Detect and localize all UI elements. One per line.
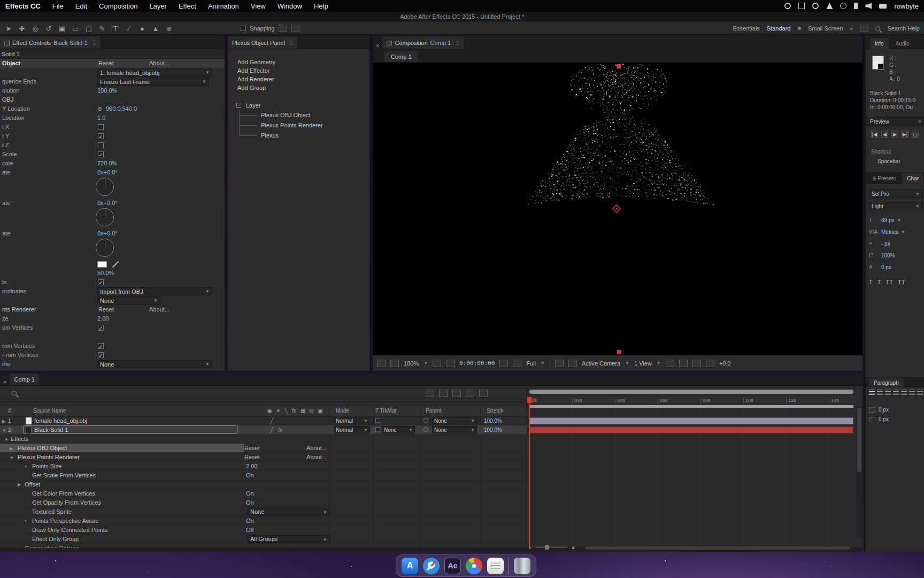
layer-name[interactable]: female head_obj.obj (34, 416, 87, 425)
mode-select[interactable]: Normal▼ (334, 417, 370, 424)
rotate-x-dial[interactable] (96, 178, 114, 196)
grid-guides-icon[interactable] (433, 360, 441, 367)
mode-select[interactable]: Normal▼ (334, 426, 370, 434)
effects-group-row[interactable]: ▼ Effects (0, 435, 527, 444)
menu-bar-username[interactable]: rowbyte (894, 2, 919, 10)
about-link[interactable]: About... (306, 444, 327, 453)
timeline-property-row[interactable]: ▶ ◔ Points Size 2.00 ▼ (0, 462, 527, 471)
invert-y-checkbox[interactable] (98, 133, 104, 139)
parent-pickwhip-icon[interactable] (424, 427, 428, 432)
resolution-value[interactable]: 100.0% (97, 86, 117, 95)
timeline-property-row[interactable]: ▶ ◔ Offset ▼ (0, 480, 527, 489)
quality-switch[interactable]: ╱ (270, 416, 274, 425)
fast-previews-icon[interactable] (679, 360, 688, 367)
type-tool[interactable]: T (111, 25, 120, 33)
work-area-bar[interactable] (529, 405, 853, 408)
next-frame-button[interactable]: ▶| (902, 131, 908, 138)
selection-tool[interactable]: ➤ (4, 25, 13, 33)
zoom-in-icon[interactable]: ▲ (571, 544, 576, 550)
pen-tool[interactable]: ✎ (98, 25, 106, 33)
t-switch[interactable] (375, 427, 380, 432)
layer-row[interactable]: ▶ 1 female head_obj.obj ╱ Normal▼ None▼ … (0, 416, 527, 425)
composition-tab[interactable]: Composition Comp 1 ≡ (382, 37, 463, 49)
stopwatch-icon[interactable]: ◔ (24, 516, 27, 526)
expand-arrow-icon[interactable]: ▶ (2, 417, 5, 426)
parent-select[interactable]: None▼ (432, 417, 477, 424)
fx-switch[interactable]: fx (278, 425, 282, 435)
property-value[interactable]: 2.00 (246, 462, 257, 471)
sequence-ends-select[interactable]: Freeze Last Frame▼ (97, 78, 209, 86)
expand-arrow-icon[interactable]: ▶ (18, 480, 21, 489)
close-panel-icon[interactable]: × (373, 42, 382, 49)
layer-row-selected[interactable]: ▼ 2 Black Solid 1 ╱ fx Normal▼ None▼ Non… (0, 425, 527, 435)
vertical-scrollbar[interactable] (856, 407, 863, 538)
timeline-search-input[interactable] (21, 389, 182, 398)
camera-select[interactable]: Active Camera (582, 360, 620, 367)
sprite-select[interactable]: None▼ (97, 360, 212, 368)
close-panel-icon[interactable]: × (0, 379, 10, 385)
plexus-tree-item[interactable]: Plexus (228, 131, 369, 141)
menu-item[interactable]: View (251, 2, 266, 10)
horizontal-scrollbar[interactable] (586, 546, 850, 550)
info-tab[interactable]: Info (870, 38, 889, 49)
panel-menu-icon[interactable]: ≡ (290, 40, 293, 46)
dock-icon-app-store[interactable]: A (402, 558, 418, 574)
timeline-graph-area[interactable]: 0s02s04s06s08s10s12s14s IIIIIIIIIIII (527, 386, 856, 547)
mute-audio-button[interactable]: ▢ (912, 131, 919, 138)
all-caps-icon[interactable]: TT (886, 279, 892, 285)
expand-arrow-icon[interactable]: ▼ (10, 453, 14, 462)
get-color-checkbox[interactable] (98, 343, 104, 349)
vertical-scale-value[interactable]: 100% (881, 253, 895, 258)
align-center-icon[interactable] (877, 390, 883, 395)
panel-menu-icon[interactable]: ≡ (918, 117, 921, 126)
invert-z-checkbox[interactable] (98, 142, 104, 148)
effect-controls-tab[interactable]: Effect Controls Black Solid 1 ≡ (0, 37, 100, 49)
timeline-property-row[interactable]: ▶ ◔ Get Scale From Vertices On ▼ (0, 471, 527, 480)
size-value[interactable]: 2.00 (97, 314, 109, 323)
timeline-property-row[interactable]: ▶ ◔ Points Perspective Aware On ▼ (0, 516, 527, 526)
about-link[interactable]: About... (149, 59, 170, 68)
parent-select[interactable]: None▼ (432, 426, 477, 434)
justify-last-right-icon[interactable] (909, 390, 915, 395)
lights-checkbox[interactable] (98, 279, 104, 285)
align-right-icon[interactable] (885, 390, 891, 395)
rotate-x-value[interactable]: 0x+0.0° (97, 168, 118, 177)
dropdown-arrow-icon[interactable]: ▼ (323, 535, 327, 544)
always-preview-icon[interactable] (377, 360, 386, 367)
plexus-add-button[interactable]: Add Renderer (228, 75, 369, 83)
rotate-z-dial[interactable] (96, 239, 114, 257)
menu-item[interactable]: File (52, 2, 64, 10)
rotate-y-dial[interactable] (96, 208, 114, 226)
bluetooth-icon[interactable] (854, 3, 858, 9)
expand-arrow-icon[interactable]: ▼ (2, 426, 6, 435)
effect-header-row-renderer[interactable]: nts Renderer Reset About... (0, 305, 226, 314)
tracking-value[interactable]: - px (881, 241, 890, 247)
collapse-icon[interactable]: − (236, 103, 241, 108)
font-style-select[interactable]: Light▼ (869, 202, 922, 210)
effects-presets-tab[interactable]: & Presets (868, 173, 900, 184)
hide-shy-layers-icon[interactable] (452, 390, 461, 397)
zoom-tool[interactable]: ◎ (31, 25, 40, 33)
plexus-add-button[interactable]: Add Effector (228, 66, 369, 75)
indent-right-value[interactable]: 0 px (879, 416, 889, 422)
shortcut-value[interactable]: Spacebar (877, 158, 900, 164)
current-time-indicator[interactable] (529, 397, 530, 547)
dock-icon-trash[interactable] (514, 558, 530, 574)
plexus-tree-root[interactable]: − Layer (228, 101, 369, 110)
plexus-add-button[interactable]: Add Group (228, 83, 369, 92)
menu-item[interactable]: Help (314, 2, 328, 10)
menu-item[interactable]: Animation (208, 2, 239, 10)
resolution-select[interactable]: Full (526, 360, 536, 367)
rotation-tool[interactable]: ↺ (44, 25, 53, 33)
mask-visibility-icon[interactable] (446, 360, 455, 367)
motion-blur-icon[interactable] (479, 390, 488, 397)
about-link[interactable]: About... (149, 305, 170, 314)
property-value[interactable]: All Groups (248, 535, 330, 543)
info-icon[interactable] (812, 3, 819, 9)
puppet-tool[interactable]: ⊕ (165, 25, 173, 33)
snap-option-icon[interactable] (279, 25, 287, 32)
draft-3d-icon[interactable] (439, 390, 448, 397)
get-opacity-checkbox[interactable] (98, 352, 104, 358)
volume-icon[interactable] (865, 3, 872, 9)
transparency-grid-icon[interactable] (568, 360, 577, 367)
